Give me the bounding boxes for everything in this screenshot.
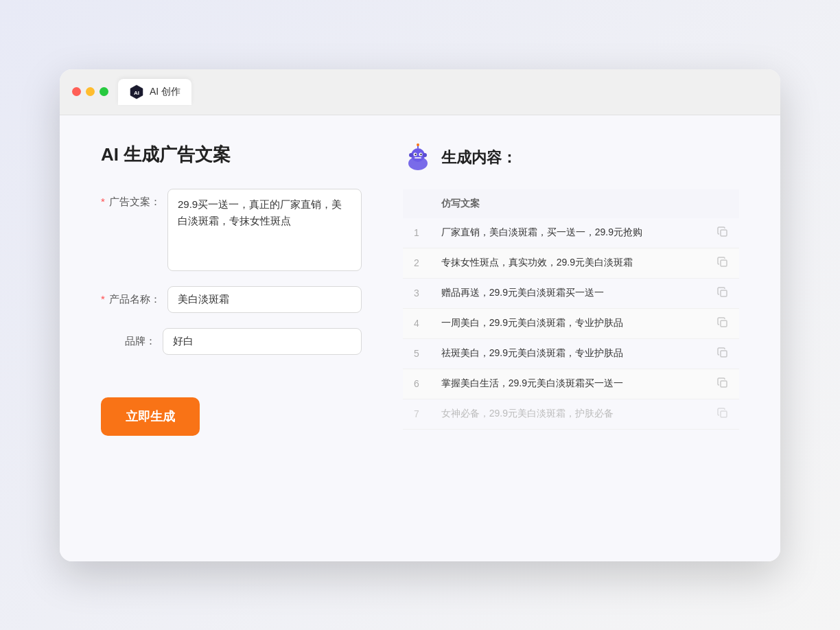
result-num: 5 [403,338,430,369]
table-row: 3赠品再送，29.9元美白淡斑霜买一送一 [403,278,739,308]
copy-button[interactable] [699,248,739,278]
traffic-lights [72,87,108,96]
svg-point-9 [420,153,421,154]
col-header: 仿写文案 [430,189,699,218]
right-header: 生成内容： [403,143,739,173]
table-row: 1厂家直销，美白淡斑霜，买一送一，29.9元抢购 [403,218,739,248]
svg-rect-18 [721,381,727,387]
result-text: 一周美白，29.9元美白淡斑霜，专业护肤品 [430,308,699,338]
required-star-1: * [101,196,105,207]
table-row: 7女神必备，29.9元美白淡斑霜，护肤必备 [403,399,739,429]
col-action [699,189,739,218]
copy-button[interactable] [699,308,739,338]
ad-copy-group: * 广告文案： 29.9买一送一，真正的厂家直销，美白淡斑霜，专抹女性斑点 [101,189,362,271]
svg-rect-17 [721,351,727,357]
generate-button[interactable]: 立即生成 [101,397,200,436]
result-text: 女神必备，29.9元美白淡斑霜，护肤必备 [430,399,699,429]
brand-group: 品牌： 好白 [101,328,362,355]
result-text: 厂家直销，美白淡斑霜，买一送一，29.9元抢购 [430,218,699,248]
browser-content: AI 生成广告文案 * 广告文案： 29.9买一送一，真正的厂家直销，美白淡斑霜… [60,115,780,561]
required-star-2: * [101,293,105,305]
product-name-group: * 产品名称： 美白淡斑霜 [101,286,362,313]
svg-text:AI: AI [134,90,139,96]
brand-input[interactable]: 好白 [163,328,362,355]
tab-ai-create[interactable]: AI AI 创作 [118,79,191,105]
svg-rect-19 [721,411,727,417]
ad-copy-label: * 广告文案： [101,189,161,209]
product-name-label: * 产品名称： [101,286,161,306]
maximize-button[interactable] [100,87,108,96]
svg-rect-14 [721,260,727,266]
svg-rect-15 [721,290,727,296]
right-title: 生成内容： [441,148,517,168]
result-num: 6 [403,369,430,399]
brand-label: 品牌： [101,328,156,348]
result-num: 1 [403,218,430,248]
result-num: 7 [403,399,430,429]
table-row: 5祛斑美白，29.9元美白淡斑霜，专业护肤品 [403,338,739,369]
ai-tab-icon: AI [129,84,144,100]
copy-button[interactable] [699,278,739,308]
browser-window: AI AI 创作 AI 生成广告文案 * 广告文案： 29.9买一送一，真正的厂… [60,69,780,561]
svg-rect-10 [415,157,421,159]
product-name-input[interactable]: 美白淡斑霜 [167,286,362,313]
result-text: 赠品再送，29.9元美白淡斑霜买一送一 [430,278,699,308]
minimize-button[interactable] [86,87,95,96]
svg-point-11 [409,153,413,157]
close-button[interactable] [72,87,81,96]
result-text: 掌握美白生活，29.9元美白淡斑霜买一送一 [430,369,699,399]
table-row: 4一周美白，29.9元美白淡斑霜，专业护肤品 [403,308,739,338]
copy-button[interactable] [699,399,739,429]
table-row: 2专抹女性斑点，真实功效，29.9元美白淡斑霜 [403,248,739,278]
col-num [403,189,430,218]
results-table: 仿写文案 1厂家直销，美白淡斑霜，买一送一，29.9元抢购2专抹女性斑点，真实功… [403,189,739,430]
right-panel: 生成内容： 仿写文案 1厂家直销，美白淡斑霜，买一送一，29.9元抢购2专抹女性… [403,143,739,534]
result-num: 3 [403,278,430,308]
copy-button[interactable] [699,338,739,369]
svg-rect-13 [721,230,727,236]
svg-point-12 [423,153,427,157]
result-text: 祛斑美白，29.9元美白淡斑霜，专业护肤品 [430,338,699,369]
result-num: 4 [403,308,430,338]
svg-rect-16 [721,320,727,327]
result-num: 2 [403,248,430,278]
tab-label: AI 创作 [150,86,180,98]
left-panel: AI 生成广告文案 * 广告文案： 29.9买一送一，真正的厂家直销，美白淡斑霜… [101,143,362,534]
svg-point-5 [417,143,419,146]
ad-copy-input[interactable]: 29.9买一送一，真正的厂家直销，美白淡斑霜，专抹女性斑点 [167,189,362,271]
page-title: AI 生成广告文案 [101,143,362,167]
copy-button[interactable] [699,218,739,248]
titlebar: AI AI 创作 [60,69,780,115]
copy-button[interactable] [699,369,739,399]
svg-point-8 [415,153,416,154]
table-row: 6掌握美白生活，29.9元美白淡斑霜买一送一 [403,369,739,399]
result-text: 专抹女性斑点，真实功效，29.9元美白淡斑霜 [430,248,699,278]
robot-icon [403,143,433,173]
